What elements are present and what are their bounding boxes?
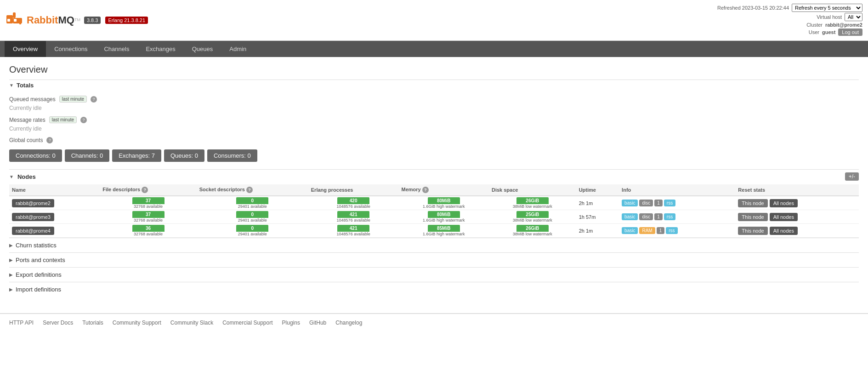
virtual-host-label: Virtual host	[817, 14, 842, 20]
message-rates-interval-badge[interactable]: last minute	[49, 116, 77, 123]
channels-count-button[interactable]: Channels: 0	[65, 149, 109, 162]
svg-rect-5	[19, 21, 21, 24]
ports-contexts-section[interactable]: ▶ Ports and contexts	[9, 252, 859, 267]
socket-desc-value: 0	[236, 211, 268, 218]
nodes-section-header: ▼ Nodes +/-	[9, 169, 859, 184]
nav-item-overview[interactable]: Overview	[5, 41, 46, 57]
footer-link-community-slack[interactable]: Community Slack	[170, 320, 213, 326]
version-badge: 3.8.3	[84, 17, 101, 24]
rabbitmq-logo-icon	[6, 11, 23, 29]
nav-item-exchanges[interactable]: Exchanges	[137, 41, 183, 57]
badge-rss[interactable]: rss	[664, 213, 675, 220]
queues-count-button[interactable]: Queues: 0	[164, 149, 204, 162]
refresh-select[interactable]: Refresh every 5 seconds Refresh every 10…	[792, 4, 862, 12]
col-erlang: Erlang processes	[308, 184, 399, 196]
refreshed-text: Refreshed 2023-03-15 20:22:44	[717, 5, 789, 11]
plus-minus-button[interactable]: +/-	[845, 172, 859, 181]
socket-desc-avail: 29401 available	[238, 232, 267, 236]
user-value: guest	[822, 29, 835, 35]
logo-wordmark: RabbitMQTM	[27, 14, 80, 26]
file-desc-cell: 37 32768 available	[100, 210, 197, 224]
file-desc-help[interactable]: ?	[142, 187, 148, 193]
refresh-row: Refreshed 2023-03-15 20:22:44 Refresh ev…	[717, 4, 862, 12]
badge-num[interactable]: 1	[657, 227, 665, 234]
badge-disc[interactable]: disc	[639, 213, 653, 220]
this-node-button[interactable]: This node	[738, 227, 767, 235]
erlang-avail: 1048576 available	[337, 232, 370, 236]
all-nodes-button[interactable]: All nodes	[770, 213, 798, 221]
uptime-cell: 1h 57m	[576, 210, 619, 224]
header-right: Refreshed 2023-03-15 20:22:44 Refresh ev…	[717, 4, 862, 37]
logo-tm: TM	[74, 17, 80, 22]
file-desc-avail: 32768 available	[134, 204, 163, 209]
footer-link-changelog[interactable]: Changelog	[335, 320, 362, 326]
badge-num[interactable]: 1	[654, 213, 663, 220]
totals-section: ▼ Totals Queued messages last minute ? C…	[9, 80, 859, 162]
disk-cell: 25GiB 38MiB low watermark	[489, 210, 576, 224]
nav-item-connections[interactable]: Connections	[46, 41, 96, 57]
col-name: Name	[9, 184, 100, 196]
queued-interval-badge[interactable]: last minute	[59, 96, 87, 103]
badge-disc[interactable]: disc	[639, 200, 653, 206]
nav-item-queues[interactable]: Queues	[184, 41, 221, 57]
col-disk: Disk space	[489, 184, 576, 196]
badge-basic[interactable]: basic	[622, 200, 638, 206]
queued-messages-row: Queued messages last minute ?	[9, 94, 859, 104]
erlang-value: 420	[337, 197, 369, 204]
badge-basic[interactable]: basic	[622, 213, 638, 220]
footer-link-commercial-support[interactable]: Commercial Support	[222, 320, 272, 326]
global-counts-help-icon[interactable]: ?	[46, 137, 53, 143]
disk-cell: 26GiB 38MiB low watermark	[489, 196, 576, 210]
totals-section-header[interactable]: ▼ Totals	[9, 80, 859, 91]
reset-stats-cell: This node All nodes	[735, 210, 859, 224]
reset-stats-cell: This node All nodes	[735, 196, 859, 210]
this-node-button[interactable]: This node	[738, 199, 767, 207]
consumers-count-button[interactable]: Consumers: 0	[207, 149, 257, 162]
uptime-cell: 2h 1m	[576, 196, 619, 210]
import-definitions-section[interactable]: ▶ Import definitions	[9, 282, 859, 297]
all-nodes-button[interactable]: All nodes	[770, 227, 798, 235]
reset-stats-cell: This node All nodes	[735, 224, 859, 238]
footer-link-github[interactable]: GitHub	[309, 320, 326, 326]
node-name-cell: rabbit@prome4	[9, 224, 100, 238]
all-nodes-button[interactable]: All nodes	[770, 199, 798, 207]
export-definitions-section[interactable]: ▶ Export definitions	[9, 267, 859, 282]
socket-desc-value: 0	[236, 225, 268, 232]
memory-value: 80MiB	[428, 197, 460, 204]
virtual-host-select[interactable]: All /	[845, 13, 862, 21]
logout-button[interactable]: Log out	[838, 29, 862, 36]
erlang-badge: Erlang 21.3.8.21	[105, 17, 148, 24]
churn-statistics-section[interactable]: ▶ Churn statistics	[9, 238, 859, 252]
socket-desc-help[interactable]: ?	[246, 187, 253, 193]
badge-ram[interactable]: RAM	[639, 227, 655, 234]
badge-num[interactable]: 1	[654, 200, 663, 206]
queued-help-icon[interactable]: ?	[91, 96, 97, 103]
node-name[interactable]: rabbit@prome3	[12, 213, 54, 221]
this-node-button[interactable]: This node	[738, 213, 767, 221]
footer-link-tutorials[interactable]: Tutorials	[82, 320, 103, 326]
badge-rss[interactable]: rss	[666, 227, 677, 234]
socket-desc-value: 0	[236, 197, 268, 204]
col-file-desc: File descriptors ?	[100, 184, 197, 196]
exchanges-count-button[interactable]: Exchanges: 7	[112, 149, 161, 162]
memory-help[interactable]: ?	[422, 187, 429, 193]
main-content: Overview ▼ Totals Queued messages last m…	[0, 57, 868, 304]
footer-link-community-support[interactable]: Community Support	[113, 320, 161, 326]
badge-basic[interactable]: basic	[622, 227, 638, 234]
svg-rect-1	[13, 12, 16, 18]
info-cell: basic disc 1 rss	[619, 196, 735, 210]
nav-item-channels[interactable]: Channels	[96, 41, 137, 57]
node-name[interactable]: rabbit@prome2	[12, 199, 54, 207]
node-name[interactable]: rabbit@prome4	[12, 227, 54, 235]
footer-link-server-docs[interactable]: Server Docs	[43, 320, 73, 326]
memory-avail: 1.6GiB high watermark	[423, 232, 465, 236]
import-definitions-title: Import definitions	[16, 286, 61, 293]
badge-rss[interactable]: rss	[664, 200, 675, 206]
footer-link-plugins[interactable]: Plugins	[282, 320, 300, 326]
message-rates-help-icon[interactable]: ?	[80, 117, 87, 123]
totals-section-title: Totals	[17, 82, 34, 89]
file-desc-avail: 32768 available	[134, 232, 163, 236]
connections-count-button[interactable]: Connections: 0	[9, 149, 62, 162]
nav-item-admin[interactable]: Admin	[221, 41, 255, 57]
footer-link-http-api[interactable]: HTTP API	[9, 320, 34, 326]
